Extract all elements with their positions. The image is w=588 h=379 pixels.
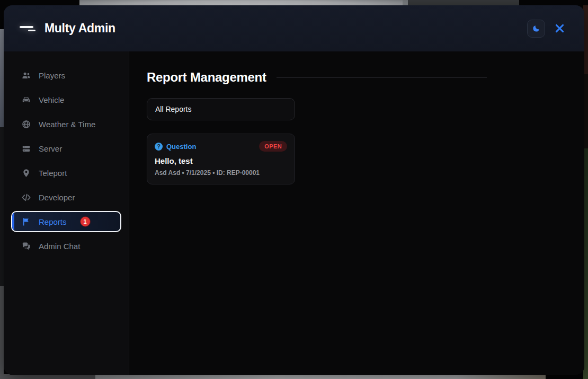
main-content: Report Management All Reports ? Question… <box>129 51 584 375</box>
server-icon <box>21 143 31 154</box>
sidebar-nav: Players Vehicle Weather & Time Server <box>4 51 129 375</box>
theme-toggle-button[interactable] <box>527 20 545 38</box>
reports-icon <box>21 216 31 227</box>
sidebar-item-label: Server <box>39 144 62 153</box>
sidebar-item-weather-time[interactable]: Weather & Time <box>11 113 121 135</box>
sidebar-item-server[interactable]: Server <box>11 138 121 159</box>
report-card[interactable]: ? Question OPEN Hello, test Asd Asd • 7/… <box>147 134 295 184</box>
moon-icon <box>532 24 540 33</box>
sidebar-item-label: Reports <box>39 217 67 226</box>
header-bar: Multy Admin <box>4 5 584 51</box>
report-meta: Asd Asd • 7/1/2025 • ID: REP-00001 <box>155 169 287 177</box>
sidebar-item-label: Admin Chat <box>39 242 80 251</box>
report-filter-value: All Reports <box>155 105 191 113</box>
developer-icon <box>21 192 31 202</box>
report-filter-select[interactable]: All Reports <box>147 98 295 120</box>
players-icon <box>21 70 31 81</box>
report-category: Question <box>166 143 196 151</box>
sidebar-item-label: Players <box>39 71 65 80</box>
sidebar-item-label: Vehicle <box>39 95 64 104</box>
reports-count-badge: 1 <box>81 217 90 226</box>
close-button[interactable] <box>550 20 568 38</box>
question-icon: ? <box>155 143 163 151</box>
teleport-icon <box>21 168 31 178</box>
title-divider <box>277 77 487 78</box>
report-title: Hello, test <box>155 156 287 165</box>
vehicle-icon <box>21 94 31 105</box>
weather-icon <box>21 119 31 129</box>
sidebar-item-label: Weather & Time <box>39 120 95 129</box>
close-icon <box>554 23 565 34</box>
sidebar-item-label: Developer <box>39 193 75 202</box>
admin-panel-window: Multy Admin Players <box>4 5 584 375</box>
sidebar-item-label: Teleport <box>39 169 67 178</box>
admin-chat-icon <box>21 241 31 251</box>
sidebar-item-players[interactable]: Players <box>11 65 121 86</box>
app-logo-icon <box>20 23 37 34</box>
sidebar-item-vehicle[interactable]: Vehicle <box>11 89 121 110</box>
app-title: Multy Admin <box>44 21 115 36</box>
report-status-badge: OPEN <box>259 141 287 152</box>
sidebar-item-developer[interactable]: Developer <box>11 187 121 208</box>
sidebar-item-teleport[interactable]: Teleport <box>11 162 121 183</box>
sidebar-item-reports[interactable]: Reports 1 <box>11 211 121 232</box>
page-title: Report Management <box>147 70 266 85</box>
sidebar-item-admin-chat[interactable]: Admin Chat <box>11 235 121 257</box>
